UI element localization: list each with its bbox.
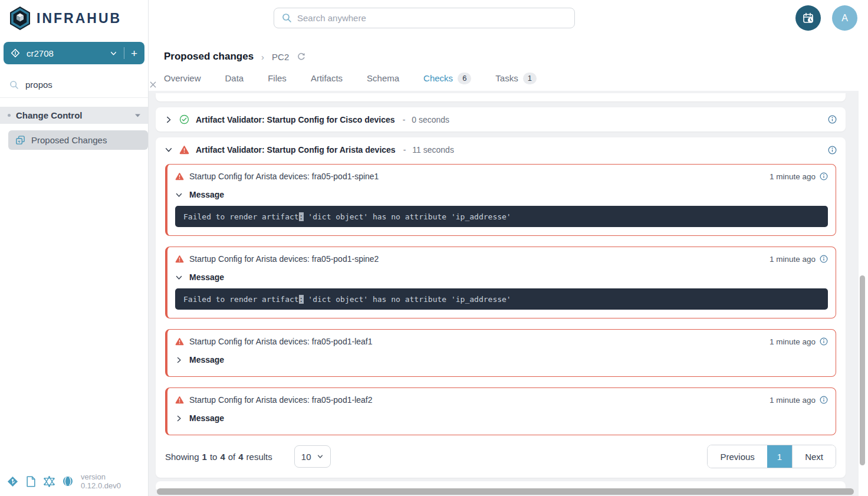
chevron-down-icon	[175, 274, 183, 281]
log-cursor: :	[299, 212, 304, 221]
vertical-scrollbar[interactable]	[860, 275, 865, 465]
tab-tasks[interactable]: Tasks 1	[495, 73, 537, 93]
tab-data[interactable]: Data	[225, 73, 244, 93]
tab-checks[interactable]: Checks 6	[423, 73, 471, 93]
check-card-leaf2: Startup Config for Arista devices: fra05…	[165, 387, 836, 435]
branch-divider	[124, 47, 124, 59]
message-toggle[interactable]: Message	[175, 271, 828, 283]
global-search[interactable]	[274, 8, 575, 28]
graphql-icon[interactable]	[44, 476, 55, 487]
validator-row-cisco: Artifact Validator: Startup Config for C…	[156, 107, 846, 132]
partially-visible-row-top	[156, 93, 846, 101]
check-timestamp: 1 minute ago	[770, 255, 816, 264]
chevron-down-icon	[317, 453, 324, 460]
calendar-clock-icon	[802, 12, 815, 25]
sidebar-search	[0, 72, 148, 98]
previous-page-button[interactable]: Previous	[708, 445, 767, 468]
info-icon[interactable]	[820, 172, 828, 180]
chevron-down-icon	[175, 191, 183, 199]
error-log: Failed to render artifact: 'dict object'…	[175, 288, 828, 310]
branch-selector[interactable]: cr2708 +	[4, 42, 144, 64]
validator-row-arista: Artifact Validator: Startup Config for A…	[156, 137, 846, 478]
page-1-button[interactable]: 1	[767, 445, 792, 468]
proposed-changes-icon	[15, 135, 25, 145]
tab-artifacts[interactable]: Artifacts	[311, 73, 343, 93]
group-label: Change Control	[16, 110, 130, 120]
infrahub-logo-icon	[9, 6, 31, 31]
next-page-button[interactable]: Next	[792, 445, 836, 468]
create-branch-button[interactable]: +	[131, 48, 137, 59]
results-summary: Showing 1 to 4 of 4 results	[165, 452, 272, 462]
avatar-initial: A	[841, 13, 848, 24]
tab-schema[interactable]: Schema	[367, 73, 399, 93]
logo-text: INFRAHUB	[37, 11, 121, 27]
validator-header[interactable]: Artifact Validator: Startup Config for C…	[156, 107, 846, 132]
info-icon[interactable]	[820, 255, 828, 263]
breadcrumb-section[interactable]: Proposed changes	[164, 51, 254, 63]
log-text: 'dict object' has no attribute 'ip_addre…	[304, 212, 511, 221]
pagination-buttons: Previous 1 Next	[707, 445, 836, 468]
error-status-icon	[175, 172, 184, 180]
check-title: Startup Config for Arista devices: fra05…	[189, 254, 379, 264]
chevron-down-icon[interactable]	[165, 146, 173, 154]
check-header: Startup Config for Arista devices: fra05…	[175, 253, 828, 265]
error-log: Failed to render artifact: 'dict object'…	[175, 206, 828, 227]
check-card-leaf1: Startup Config for Arista devices: fra05…	[165, 329, 836, 377]
globe-icon[interactable]	[63, 476, 73, 487]
message-toggle[interactable]: Message	[175, 189, 828, 201]
time-travel-button[interactable]	[795, 5, 821, 31]
sidebar-group-change-control[interactable]: Change Control	[0, 107, 148, 124]
caret-down-icon	[135, 114, 140, 117]
check-header: Startup Config for Arista devices: fra05…	[175, 394, 828, 406]
error-status-icon	[175, 337, 184, 346]
docs-icon[interactable]	[26, 476, 36, 487]
info-icon[interactable]	[828, 146, 837, 155]
main-area: A Proposed changes › PC2 Overview Data F…	[149, 0, 859, 496]
log-text: Failed to render artifact	[183, 295, 299, 304]
tab-files[interactable]: Files	[268, 73, 287, 93]
page-size-select[interactable]: 10	[294, 445, 331, 468]
message-toggle[interactable]: Message	[175, 354, 828, 366]
clear-search-icon[interactable]	[149, 81, 157, 88]
sidebar-search-input[interactable]	[25, 80, 143, 90]
tab-overview[interactable]: Overview	[164, 73, 201, 93]
horizontal-scrollbar[interactable]	[157, 488, 854, 495]
branch-name: cr2708	[27, 48, 110, 58]
breadcrumb-separator: ›	[261, 52, 264, 62]
error-status-icon	[179, 145, 189, 155]
check-timestamp: 1 minute ago	[770, 172, 816, 181]
check-title: Startup Config for Arista devices: fra05…	[189, 172, 379, 181]
sidebar-item-label: Proposed Changes	[31, 135, 107, 145]
info-icon[interactable]	[820, 396, 828, 404]
success-status-icon	[179, 114, 189, 124]
info-icon[interactable]	[828, 115, 837, 124]
validator-title: Artifact Validator: Startup Config for A…	[196, 145, 396, 155]
message-toggle[interactable]: Message	[175, 412, 828, 424]
chevron-right-icon	[175, 356, 183, 364]
chevron-right-icon[interactable]	[165, 116, 173, 124]
chevron-right-icon	[175, 415, 183, 422]
branch-chevron-down-icon[interactable]	[110, 50, 117, 57]
global-search-input[interactable]	[297, 13, 567, 23]
error-status-icon	[175, 396, 184, 404]
search-icon	[9, 80, 19, 90]
tab-bar: Overview Data Files Artifacts Schema Che…	[149, 73, 859, 93]
check-card-spine1: Startup Config for Arista devices: fra05…	[165, 164, 836, 236]
check-title: Startup Config for Arista devices: fra05…	[189, 395, 373, 405]
info-icon[interactable]	[820, 337, 828, 346]
validator-header[interactable]: Artifact Validator: Startup Config for A…	[156, 137, 846, 162]
check-timestamp: 1 minute ago	[770, 396, 816, 405]
log-text: Failed to render artifact	[183, 212, 299, 221]
breadcrumb: Proposed changes › PC2	[149, 37, 859, 63]
error-status-icon	[175, 255, 184, 263]
message-label: Message	[189, 272, 224, 282]
logo[interactable]: INFRAHUB	[0, 0, 148, 37]
validator-duration: 0 seconds	[412, 115, 449, 124]
refresh-icon[interactable]	[297, 52, 306, 61]
api-diamond-icon[interactable]	[7, 476, 18, 487]
user-avatar[interactable]: A	[832, 5, 857, 31]
validator-title: Artifact Validator: Startup Config for C…	[196, 115, 395, 124]
message-label: Message	[189, 355, 224, 364]
sidebar-item-proposed-changes[interactable]: Proposed Changes	[8, 130, 148, 150]
check-title: Startup Config for Arista devices: fra05…	[189, 337, 373, 346]
